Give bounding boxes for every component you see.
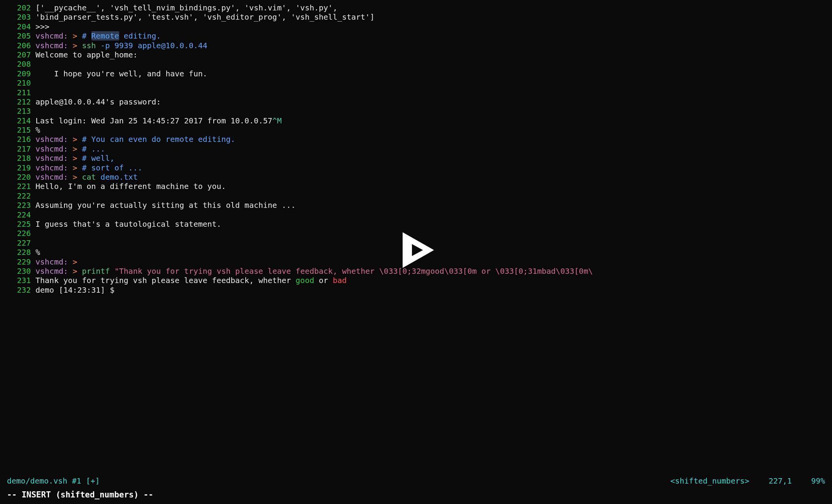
line-number: 205 bbox=[0, 31, 35, 40]
code-line[interactable]: 216vshcmd: > # You can even do remote ed… bbox=[0, 135, 832, 144]
line-content[interactable]: I hope you're well, and have fun. bbox=[35, 69, 832, 78]
line-content[interactable]: ['__pycache__', 'vsh_tell_nvim_bindings.… bbox=[35, 3, 832, 12]
statusline-scroll: 99% bbox=[811, 476, 825, 485]
line-number: 221 bbox=[0, 182, 35, 191]
code-line[interactable]: 209 I hope you're well, and have fun. bbox=[0, 69, 832, 78]
line-content[interactable] bbox=[35, 88, 832, 97]
line-number: 222 bbox=[0, 191, 35, 201]
statusline-cursor: 227,1 bbox=[769, 476, 792, 485]
line-content[interactable]: vshcmd: > # ... bbox=[35, 144, 832, 153]
line-content[interactable] bbox=[35, 78, 832, 88]
line-content[interactable] bbox=[35, 210, 832, 219]
line-number: 218 bbox=[0, 153, 35, 163]
line-number: 224 bbox=[0, 210, 35, 219]
mode-indicator: -- INSERT (shifted_numbers) -- bbox=[0, 490, 832, 500]
line-number: 210 bbox=[0, 78, 35, 88]
line-number: 204 bbox=[0, 22, 35, 31]
line-number: 203 bbox=[0, 12, 35, 22]
line-content[interactable]: >>> bbox=[35, 22, 832, 31]
line-content[interactable]: Assuming you're actually sitting at this… bbox=[35, 201, 832, 210]
line-content[interactable]: Last login: Wed Jan 25 14:45:27 2017 fro… bbox=[35, 116, 832, 125]
code-line[interactable]: 207Welcome to apple_home: bbox=[0, 50, 832, 59]
line-number: 232 bbox=[0, 285, 35, 295]
code-line[interactable]: 215% bbox=[0, 125, 832, 135]
code-line[interactable]: 202['__pycache__', 'vsh_tell_nvim_bindin… bbox=[0, 3, 832, 12]
line-content[interactable]: vshcmd: > # sort of ... bbox=[35, 163, 832, 172]
code-line[interactable]: 210 bbox=[0, 78, 832, 88]
code-line[interactable]: 218vshcmd: > # well, bbox=[0, 153, 832, 163]
play-button[interactable] bbox=[395, 229, 437, 271]
line-content[interactable]: vshcmd: > # well, bbox=[35, 153, 832, 163]
line-number: 213 bbox=[0, 106, 35, 116]
line-number: 206 bbox=[0, 41, 35, 50]
code-line[interactable]: 213 bbox=[0, 106, 832, 116]
code-line[interactable]: 232demo [14:23:31] $ bbox=[0, 285, 832, 295]
code-line[interactable]: 220vshcmd: > cat demo.txt bbox=[0, 172, 832, 182]
code-line[interactable]: 224 bbox=[0, 210, 832, 219]
line-content[interactable]: vshcmd: > cat demo.txt bbox=[35, 172, 832, 182]
code-line[interactable]: 223Assuming you're actually sitting at t… bbox=[0, 201, 832, 210]
play-icon bbox=[395, 229, 437, 271]
line-content[interactable]: vshcmd: > # You can even do remote editi… bbox=[35, 135, 832, 144]
line-number: 208 bbox=[0, 59, 35, 69]
line-number: 220 bbox=[0, 172, 35, 182]
line-number: 207 bbox=[0, 50, 35, 59]
code-line[interactable]: 205vshcmd: > # Remote editing. bbox=[0, 31, 832, 40]
line-number: 209 bbox=[0, 69, 35, 78]
statusline: demo/demo.vsh #1 [+] <shifted_numbers> 2… bbox=[0, 476, 832, 485]
code-line[interactable]: 208 bbox=[0, 59, 832, 69]
statusline-keymap: <shifted_numbers> bbox=[670, 476, 749, 485]
line-number: 228 bbox=[0, 248, 35, 257]
code-line[interactable]: 212apple@10.0.0.44's password: bbox=[0, 97, 832, 106]
line-content[interactable]: vshcmd: > # Remote editing. bbox=[35, 31, 832, 40]
code-line[interactable]: 211 bbox=[0, 88, 832, 97]
line-number: 229 bbox=[0, 257, 35, 266]
line-number: 216 bbox=[0, 135, 35, 144]
line-content[interactable]: apple@10.0.0.44's password: bbox=[35, 97, 832, 106]
line-content[interactable]: vshcmd: > ssh -p 9939 apple@10.0.0.44 bbox=[35, 41, 832, 50]
code-line[interactable]: 222 bbox=[0, 191, 832, 201]
line-number: 223 bbox=[0, 201, 35, 210]
line-number: 214 bbox=[0, 116, 35, 125]
line-number: 219 bbox=[0, 163, 35, 172]
line-number: 227 bbox=[0, 238, 35, 248]
code-line[interactable]: 219vshcmd: > # sort of ... bbox=[0, 163, 832, 172]
line-content[interactable]: % bbox=[35, 125, 832, 135]
code-line[interactable]: 221Hello, I'm on a different machine to … bbox=[0, 182, 832, 191]
line-content[interactable] bbox=[35, 59, 832, 69]
line-number: 217 bbox=[0, 144, 35, 153]
line-number: 202 bbox=[0, 3, 35, 12]
code-line[interactable]: 231Thank you for trying vsh please leave… bbox=[0, 276, 832, 285]
code-line[interactable]: 225I guess that's a tautological stateme… bbox=[0, 219, 832, 229]
line-number: 211 bbox=[0, 88, 35, 97]
line-content[interactable]: I guess that's a tautological statement. bbox=[35, 219, 832, 229]
line-number: 215 bbox=[0, 125, 35, 135]
line-number: 225 bbox=[0, 219, 35, 229]
line-content[interactable] bbox=[35, 191, 832, 201]
line-content[interactable] bbox=[35, 106, 832, 116]
line-number: 231 bbox=[0, 276, 35, 285]
code-line[interactable]: 204>>> bbox=[0, 22, 832, 31]
code-line[interactable]: 203'bind_parser_tests.py', 'test.vsh', '… bbox=[0, 12, 832, 22]
line-content[interactable]: Thank you for trying vsh please leave fe… bbox=[35, 276, 832, 285]
line-content[interactable]: Welcome to apple_home: bbox=[35, 50, 832, 59]
line-number: 212 bbox=[0, 97, 35, 106]
line-content[interactable]: Hello, I'm on a different machine to you… bbox=[35, 182, 832, 191]
code-line[interactable]: 217vshcmd: > # ... bbox=[0, 144, 832, 153]
code-line[interactable]: 206vshcmd: > ssh -p 9939 apple@10.0.0.44 bbox=[0, 41, 832, 50]
line-content[interactable]: 'bind_parser_tests.py', 'test.vsh', 'vsh… bbox=[35, 12, 832, 22]
code-line[interactable]: 214Last login: Wed Jan 25 14:45:27 2017 … bbox=[0, 116, 832, 125]
line-number: 226 bbox=[0, 229, 35, 238]
line-number: 230 bbox=[0, 266, 35, 276]
line-content[interactable]: demo [14:23:31] $ bbox=[35, 285, 832, 295]
statusline-file: demo/demo.vsh #1 [+] bbox=[7, 476, 100, 485]
